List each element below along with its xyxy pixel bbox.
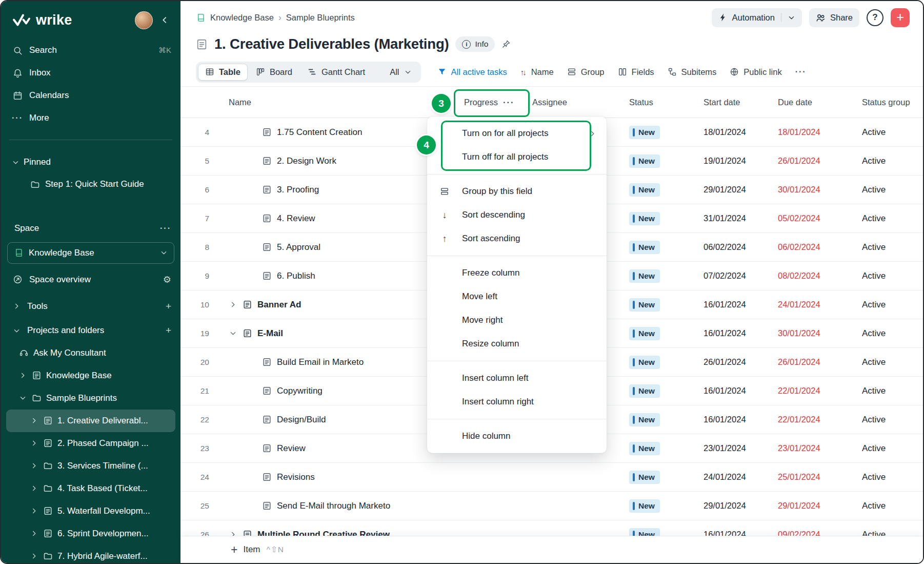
sidebar-item-7-hybrid-agile-waterf[interactable]: 7. Hybrid Agile-waterf... [1,545,180,563]
task-title[interactable]: 3. Proofing [277,185,319,195]
chevron-right-icon[interactable] [30,417,38,424]
tab-gantt-chart[interactable]: Gantt Chart [300,64,372,81]
status-badge[interactable]: New [629,241,660,254]
task-title[interactable]: Banner Ad [257,300,301,310]
status-badge[interactable]: New [629,298,660,312]
start-date[interactable]: 16/01/2024 [698,530,773,536]
task-title[interactable]: E-Mail [257,328,283,339]
due-date[interactable]: 29/01/2024 [773,501,847,511]
tab-table[interactable]: Table [198,64,248,81]
start-date[interactable]: 19/01/2024 [698,156,773,166]
column-header-start-date[interactable]: Start date [698,98,773,107]
chevron-right-icon[interactable] [229,531,237,536]
sidebar-item-space-overview[interactable]: Space overview ⚙ [1,266,180,293]
status-badge[interactable]: New [629,384,660,398]
sidebar-item-tools[interactable]: Tools + [1,293,180,320]
status-badge[interactable]: New [629,327,660,340]
start-date[interactable]: 29/01/2024 [698,501,773,511]
share-button[interactable]: Share [809,8,859,27]
column-header-status-group[interactable]: Status group [847,98,923,107]
status-badge[interactable]: New [629,154,660,168]
sidebar-item-5-waterfall-developm[interactable]: 5. Waterfall Developm... [1,500,180,522]
start-date[interactable]: 29/01/2024 [698,185,773,195]
sidebar-item-sample-blueprints[interactable]: Sample Blueprints [1,387,180,410]
start-date[interactable]: 23/01/2024 [698,443,773,453]
status-badge[interactable]: New [629,528,660,536]
start-date[interactable]: 18/01/2024 [698,127,773,137]
menu-item-hide-column[interactable]: Hide column [427,424,607,448]
task-title[interactable]: Review [277,443,306,454]
menu-item-group-by-this-field[interactable]: Group by this field [427,180,607,203]
menu-item-resize-column[interactable]: Resize column [427,332,607,356]
status-badge[interactable]: New [629,499,660,513]
status-badge[interactable]: New [629,126,660,139]
sidebar-item-calendars[interactable]: Calendars [1,84,180,107]
status-badge[interactable]: New [629,442,660,455]
task-title[interactable]: 1.75 Content Creation [277,127,362,138]
due-date[interactable]: 22/01/2024 [773,386,847,396]
chevron-right-icon[interactable] [18,372,27,379]
due-date[interactable]: 23/01/2024 [773,443,847,453]
sidebar-item-6-sprint-developmen[interactable]: 6. Sprint Developmen... [1,522,180,545]
status-badge[interactable]: New [629,413,660,426]
column-header-progress[interactable]: Progress ··· [457,98,529,107]
start-date[interactable]: 16/01/2024 [698,328,773,338]
filter-button[interactable]: All active tasks [437,67,507,77]
start-date[interactable]: 07/02/2024 [698,271,773,281]
due-date[interactable]: 24/01/2024 [773,300,847,309]
task-title[interactable]: Design/Build [277,415,326,425]
fields-button[interactable]: Fields [618,67,654,77]
sidebar-section-pinned[interactable]: Pinned [1,151,180,173]
table-row[interactable]: 26Multiple Round Creative ReviewNew16/01… [180,520,923,536]
avatar[interactable] [135,11,153,29]
chevron-right-icon[interactable] [229,301,237,308]
sidebar-item-inbox[interactable]: Inbox [1,62,180,84]
add-new-button[interactable]: + [891,8,910,27]
chevron-right-icon[interactable] [30,530,38,537]
sidebar-item-3-services-timeline[interactable]: 3. Services Timeline (... [1,455,180,477]
tab-board[interactable]: Board [249,64,299,81]
status-badge[interactable]: New [629,471,660,484]
status-badge[interactable]: New [629,183,660,197]
sidebar-collapse-button[interactable] [158,13,171,27]
start-date[interactable]: 16/01/2024 [698,300,773,309]
task-title[interactable]: Copywriting [277,386,323,396]
due-date[interactable]: 25/01/2024 [773,472,847,482]
menu-item-move-right[interactable]: Move right [427,308,607,332]
column-header-assignee[interactable]: Assignee [529,98,621,107]
chevron-right-icon[interactable] [30,552,38,560]
task-title[interactable]: 5. Approval [277,242,320,252]
menu-item-sort-descending[interactable]: ↓ Sort descending [427,203,607,227]
chevron-right-icon[interactable] [30,507,38,515]
sidebar-item-1-creative-deliverabl[interactable]: 1. Creative Deliverabl... [6,410,175,432]
chevron-down-icon[interactable] [788,14,795,22]
task-title[interactable]: Revisions [277,472,315,482]
due-date[interactable]: 05/02/2024 [773,213,847,223]
column-header-status[interactable]: Status [621,98,698,107]
menu-item-insert-column-right[interactable]: Insert column right [427,390,607,414]
chevron-down-icon[interactable] [229,329,237,337]
sidebar-item-2-phased-campaign[interactable]: 2. Phased Campaign ... [1,432,180,455]
sidebar-item-ask-my-consultant[interactable]: Ask My Consultant [1,342,180,364]
subitems-button[interactable]: Subitems [668,67,717,77]
info-button[interactable]: i Info [455,36,495,52]
public-link-button[interactable]: Public link [730,67,781,77]
help-button[interactable]: ? [867,9,883,26]
due-date[interactable]: 26/01/2024 [773,357,847,367]
sort-button[interactable]: ↑↓ Name [520,67,554,77]
table-row[interactable]: 24RevisionsNew24/01/202425/01/2024Active [180,463,923,492]
breadcrumb-knowledge-base[interactable]: Knowledge Base [210,13,274,23]
sidebar-item-search[interactable]: Search⌘K [1,39,180,62]
sidebar-item-projects-and-folders[interactable]: Projects and folders + [1,320,180,342]
status-badge[interactable]: New [629,212,660,225]
start-date[interactable]: 31/01/2024 [698,213,773,223]
due-date[interactable]: 08/02/2024 [773,271,847,281]
due-date[interactable]: 06/02/2024 [773,242,847,252]
start-date[interactable]: 26/01/2024 [698,357,773,367]
task-title[interactable]: Build Email in Marketo [277,357,364,367]
start-date[interactable]: 06/02/2024 [698,242,773,252]
task-title[interactable]: 4. Review [277,213,315,224]
pin-icon[interactable] [501,40,511,49]
scope-dropdown[interactable]: All [383,64,418,81]
sidebar-item-4-task-based-ticket[interactable]: 4. Task Based (Ticket... [1,477,180,500]
